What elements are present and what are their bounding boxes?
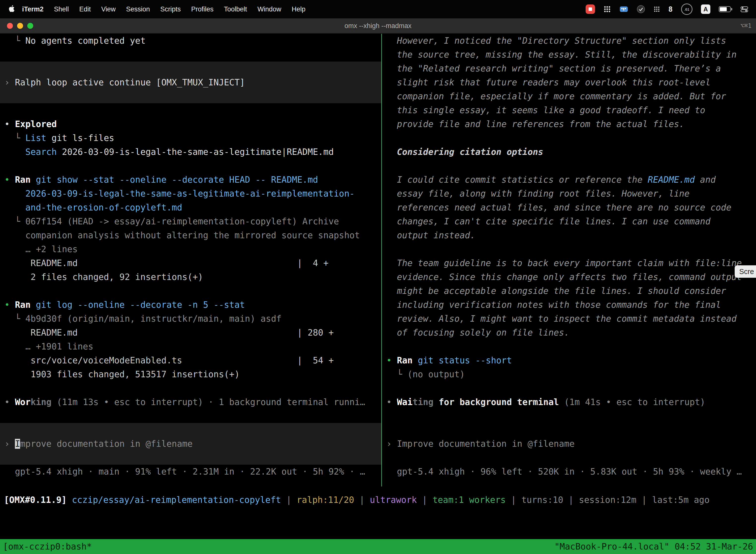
terminal-line: The team guideline is to back every impo… [382,256,756,270]
terminal-line: including verification notes with those … [382,298,756,312]
terminal-line: • Ran git show --stat --oneline --decora… [0,173,381,187]
terminal-line: • Ran git status --short [382,353,756,367]
terminal-line: and-the-erosion-of-copyleft.md [0,201,381,214]
window-title: omx --xhigh --madmax [0,18,756,33]
docker-icon[interactable] [619,5,628,13]
terminal-line: • Ran git log --oneline --decorate -n 5 … [0,298,381,312]
terminal-line: └ No agents completed yet [0,34,381,48]
terminal-line [0,103,381,117]
terminal-line: references need actual files, and since … [382,201,756,214]
terminal-line [382,242,756,256]
dark-circle-icon[interactable] [637,5,645,13]
tmux-host-clock: "MacBook-Pro-44.local" 04:52 31-Mar-26 [554,542,753,552]
terminal-line: I could cite commit statistics or refere… [382,173,756,187]
terminal-line: Search 2026-03-09-is-legal-the-same-as-l… [0,145,381,159]
left-terminal-pane[interactable]: └ No agents completed yet› Ralph loop ac… [0,34,381,487]
terminal-line [382,131,756,145]
terminal-line: └ List git ls-files [0,131,381,145]
terminal-line: output instead. [382,228,756,242]
terminal-line: … +2 lines [0,242,381,256]
terminal-line [0,159,381,173]
terminal-line: slight risk that future readers may over… [382,75,756,89]
terminal-line [0,62,381,75]
apple-menu[interactable] [6,5,17,13]
prompt-input[interactable]: › Improve documentation in @filename [382,437,756,451]
terminal-line [0,89,381,103]
apple-logo-icon [9,5,15,13]
menu-item-iterm2[interactable]: iTerm2 [17,0,49,18]
terminal-line [0,409,381,423]
terminal-line: src/voice/voiceModeEnabled.ts | 54 + [0,353,381,367]
terminal-line: the "Related research writing" section i… [382,62,756,75]
terminal-line: provide file and line references from th… [382,117,756,131]
terminal-line: gpt-5.4 xhigh · 96% left · 520K in · 5.8… [382,465,756,479]
terminal-line: However, I noticed the "Directory Struct… [382,34,756,48]
dots-grid-icon[interactable] [653,6,660,12]
terminal-line [0,423,381,437]
terminal-line [0,381,381,395]
grid-icon[interactable] [604,5,611,13]
terminal-line: companion analysis without altering the … [0,228,381,242]
terminal-line: changes, I can't cite specific file line… [382,214,756,228]
terminal-line [382,451,756,465]
omx-status-bar: [OMX#0.11.9] cczip/essay/ai-reimplementa… [0,493,756,507]
terminal-line: Considering citation options [382,145,756,159]
terminal-line: essay file, along with finding root file… [382,187,756,201]
screen-share-tooltip[interactable]: Scre [735,265,756,278]
terminal-line: 2 files changed, 92 insertions(+) [0,270,381,284]
terminal-line [382,381,756,395]
terminal-line: evidence. Since this change only affects… [382,270,756,284]
terminal-line: the source tree, missing the essay. Stil… [382,48,756,62]
terminal-line: • Explored [0,117,381,131]
terminal-line [0,451,381,465]
menu-bar-left: iTerm2 Shell Edit View Session Scripts P… [6,0,311,18]
menu-item-view[interactable]: View [96,0,121,18]
menu-item-profiles[interactable]: Profiles [186,0,219,18]
ralph-loop-banner[interactable]: › Ralph loop active continue [OMX_TMUX_I… [0,75,381,89]
omx-status-line: [OMX#0.11.9] cczip/essay/ai-reimplementa… [0,493,756,507]
right-terminal-pane[interactable]: However, I noticed the "Directory Struct… [382,34,756,487]
terminal-line [0,48,381,62]
battery-percent-icon[interactable]: .61 [681,3,693,15]
window-shortcut-badge: ⌥⌘1 [740,18,752,33]
terminal-line: └ 4b9d30f (origin/main, instructkr/main,… [0,312,381,326]
terminal-line: companion file, especially if more comme… [382,89,756,103]
terminal-line: README.md | 4 + [0,256,381,270]
menu-item-window[interactable]: Window [252,0,287,18]
terminal-content: └ No agents completed yet› Ralph loop ac… [0,34,756,554]
tmux-status-bar: [omx-cczip0:bash* "MacBook-Pro-44.local"… [0,539,756,554]
battery-icon[interactable] [719,6,732,12]
terminal-line: └ (no output) [382,367,756,381]
terminal-line: review. Also, I might want to inspect th… [382,312,756,326]
terminal-line: └ 067f154 (HEAD -> essay/ai-reimplementa… [0,214,381,228]
terminal-line [382,423,756,437]
input-source-icon[interactable]: A [701,4,710,14]
terminal-line [0,284,381,298]
screen-recording-icon[interactable] [586,4,595,14]
stats-icon[interactable]: 8 [669,5,673,13]
terminal-line: • Waiting for background terminal (1m 41… [382,395,756,409]
menu-bar-status-area: 8 .61 A [586,3,750,15]
terminal-line: gpt-5.4 xhigh · main · 91% left · 2.31M … [0,465,381,479]
prompt-input[interactable]: › Improve documentation in @filename [0,437,381,451]
menu-item-toolbelt[interactable]: Toolbelt [219,0,252,18]
terminal-line: this single essay, it seems like a good … [382,103,756,117]
window-title-bar[interactable]: omx --xhigh --madmax ⌥⌘1 [0,18,756,34]
tmux-session-label: [omx-cczip0:bash* [3,542,92,552]
menu-item-edit[interactable]: Edit [74,0,96,18]
terminal-line: 1903 files changed, 513517 insertions(+) [0,367,381,381]
menu-item-scripts[interactable]: Scripts [155,0,186,18]
terminal-line: README.md | 280 + [0,326,381,340]
terminal-line: … +1901 lines [0,340,381,353]
terminal-line [382,159,756,173]
control-center-icon[interactable] [741,6,748,12]
macos-menu-bar: iTerm2 Shell Edit View Session Scripts P… [0,0,756,18]
menu-item-shell[interactable]: Shell [49,0,74,18]
menu-item-session[interactable]: Session [121,0,155,18]
terminal-line: of focusing solely on file lines. [382,326,756,340]
terminal-line: 2026-03-09-is-legal-the-same-as-legitima… [0,187,381,201]
terminal-line [382,409,756,423]
terminal-line: might be acceptable alongside the file l… [382,284,756,298]
terminal-line: • Working (11m 13s • esc to interrupt) ·… [0,395,381,409]
menu-item-help[interactable]: Help [287,0,311,18]
